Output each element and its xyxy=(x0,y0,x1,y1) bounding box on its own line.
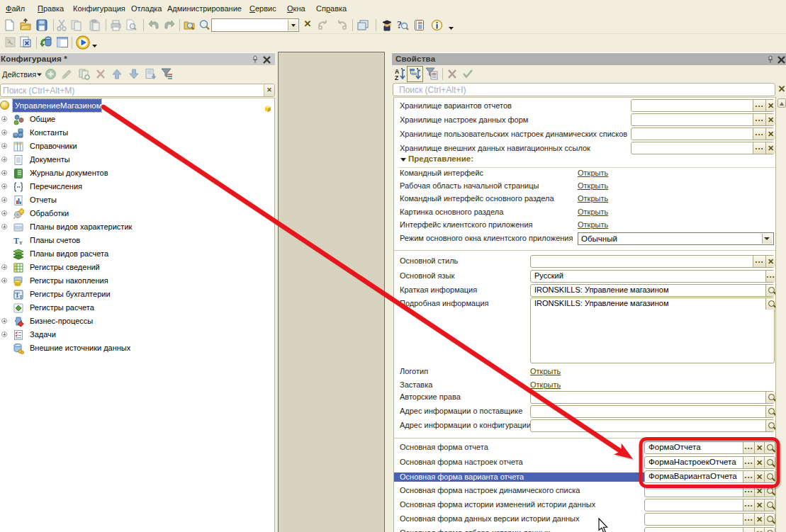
svg-text:т: т xyxy=(19,239,23,246)
svg-text:т: т xyxy=(20,293,23,300)
svg-text:?: ? xyxy=(397,20,402,30)
svg-text:Т: Т xyxy=(13,236,19,246)
svg-text:Действия: Действия xyxy=(2,70,36,79)
svg-text:Z: Z xyxy=(395,74,398,81)
